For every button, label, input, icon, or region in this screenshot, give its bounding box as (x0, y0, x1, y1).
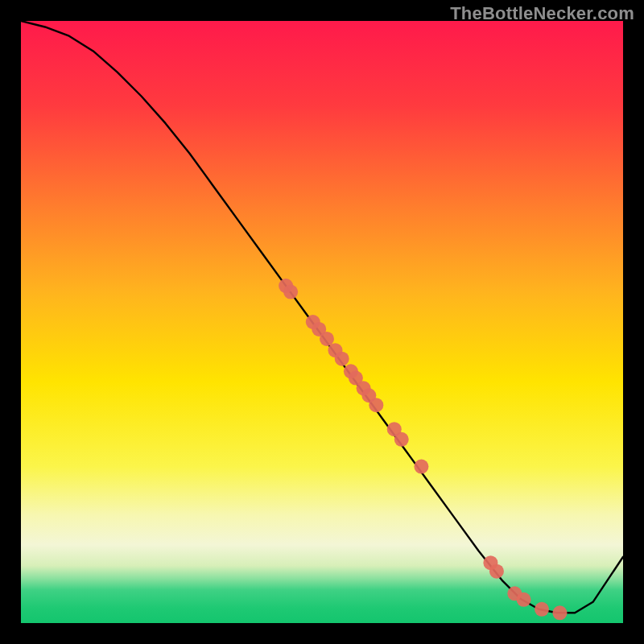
data-point (369, 398, 383, 412)
bottleneck-chart (21, 21, 623, 623)
data-point (535, 602, 549, 617)
data-point (517, 592, 531, 607)
data-point (552, 605, 567, 620)
data-point (394, 432, 409, 447)
data-point (283, 285, 298, 299)
data-point (489, 564, 504, 579)
watermark-text: TheBottleNecker.com (450, 3, 634, 24)
chart-frame (21, 21, 623, 623)
data-point (335, 352, 349, 366)
data-point (414, 460, 428, 474)
gradient-background (21, 21, 623, 623)
